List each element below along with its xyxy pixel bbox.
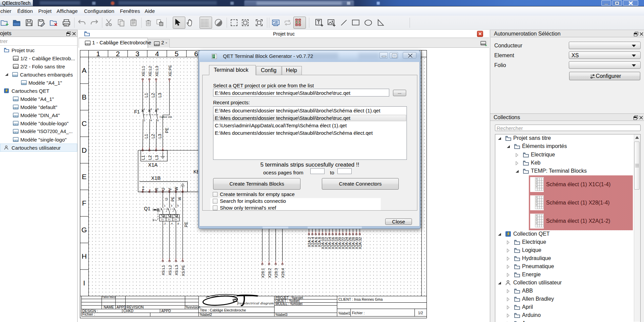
svg-text:5: 5	[174, 50, 179, 58]
svg-text:X28:1: X28:1	[261, 268, 265, 278]
svg-text:%label3: %label3	[275, 313, 288, 317]
svg-text:5: 5	[157, 108, 159, 111]
svg-text:XS:L1: XS:L1	[161, 265, 165, 275]
svg-text:H: H	[82, 252, 87, 260]
svg-text:PE: PE	[184, 222, 189, 227]
svg-text:X1B: X1B	[151, 175, 161, 181]
svg-text:CLIENT : Insa Rennes Gma: CLIENT : Insa Rennes Gma	[338, 297, 383, 301]
svg-text:XS:PE: XS:PE	[181, 265, 185, 276]
svg-text:Fabien Marco: Fabien Marco	[102, 296, 116, 298]
svg-text:6: 6	[157, 119, 159, 122]
svg-text:PE: PE	[171, 197, 175, 201]
svg-text:D: D	[82, 146, 87, 154]
svg-text:L2: L2	[151, 134, 155, 138]
svg-text:Fichier :: Fichier :	[82, 312, 95, 316]
svg-text:Fichier :: Fichier :	[352, 311, 365, 315]
svg-text:1/2: 1/2	[418, 311, 423, 315]
svg-text:3: 3	[136, 50, 140, 58]
svg-text:L2: L2	[148, 155, 152, 160]
svg-text:6: 6	[178, 222, 179, 225]
svg-text:4: 4	[171, 222, 173, 225]
svg-text:L3: L3	[154, 155, 159, 160]
svg-text:W: W	[174, 187, 179, 191]
svg-text:Calibre 16A: Calibre 16A	[160, 116, 172, 118]
svg-text:NAME: NAME	[104, 305, 114, 309]
svg-text:L3: L3	[158, 134, 162, 138]
svg-text:6: 6	[194, 50, 198, 58]
svg-text:2: 2	[116, 50, 120, 58]
svg-text:Q1: Q1	[144, 206, 150, 211]
svg-text:XE:L3: XE:L3	[155, 66, 159, 77]
svg-text:%label1: %label1	[338, 312, 351, 315]
svg-text:3: 3	[150, 108, 152, 111]
svg-text:XS:L2: XS:L2	[168, 265, 172, 275]
svg-text:5: 5	[177, 204, 179, 207]
svg-text:I>: I>	[175, 218, 177, 221]
svg-text:V: V	[168, 188, 172, 191]
svg-text:U: U	[164, 198, 168, 200]
svg-text:L1: L1	[144, 93, 149, 98]
svg-text:I>: I>	[162, 218, 164, 221]
svg-text:APPD: APPD	[161, 309, 171, 313]
svg-text:++: ++	[141, 186, 146, 191]
svg-text:B: B	[82, 93, 86, 101]
svg-text:%label2: %label2	[200, 313, 212, 317]
svg-text:W: W	[178, 197, 182, 200]
svg-text:A: A	[82, 66, 86, 74]
svg-text:-: -	[148, 189, 152, 191]
svg-text:Titre : Cablâge Electrobroche: Titre : Cablâge Electrobroche	[200, 308, 246, 312]
svg-text:X28:4: X28:4	[281, 268, 285, 278]
svg-text:CHKD: CHKD	[123, 309, 133, 313]
svg-text:1: 1	[144, 108, 145, 111]
svg-text:G: G	[81, 226, 87, 234]
svg-text:XE:PE: XE:PE	[168, 65, 172, 77]
svg-text:3: 3	[171, 204, 172, 207]
svg-text:U: U	[161, 188, 166, 191]
svg-text:X1A: X1A	[148, 162, 158, 168]
svg-text:C: C	[82, 120, 87, 127]
svg-text:I: I	[83, 279, 85, 287]
svg-text:L1: L1	[141, 155, 146, 160]
svg-text:XE:L2: XE:L2	[148, 66, 152, 77]
svg-text:XS:L3: XS:L3	[174, 265, 179, 275]
svg-text:free electrical diagram: free electrical diagram	[237, 301, 274, 305]
svg-text:1: 1	[96, 50, 100, 58]
svg-text:PE: PE	[165, 128, 169, 133]
svg-text:MODEL : %model: MODEL : %model	[275, 302, 303, 306]
svg-text:1: 1	[164, 204, 166, 207]
svg-text:L2: L2	[151, 93, 155, 98]
svg-text:REVISION: REVISION	[127, 305, 144, 309]
svg-text:E: E	[82, 173, 86, 180]
svg-text:F1: F1	[134, 109, 140, 114]
svg-text:XE:L1: XE:L1	[141, 66, 145, 77]
svg-text:APPD: APPD	[117, 305, 126, 309]
svg-text:X28:2: X28:2	[268, 268, 272, 278]
svg-text:2: 2	[164, 222, 166, 225]
svg-text:L3: L3	[158, 93, 162, 98]
svg-text:X2A:32: X2A:32	[358, 237, 362, 249]
svg-text:X28:3: X28:3	[274, 268, 278, 278]
svg-text:I>: I>	[168, 218, 170, 221]
svg-text:2: 2	[144, 119, 145, 122]
svg-text:F: F	[82, 199, 86, 207]
svg-text:4: 4	[150, 119, 152, 122]
svg-text:L1: L1	[144, 134, 149, 138]
svg-text:%revision: %revision	[186, 305, 200, 309]
svg-text:4: 4	[155, 50, 159, 58]
svg-text:R: R	[154, 188, 159, 191]
